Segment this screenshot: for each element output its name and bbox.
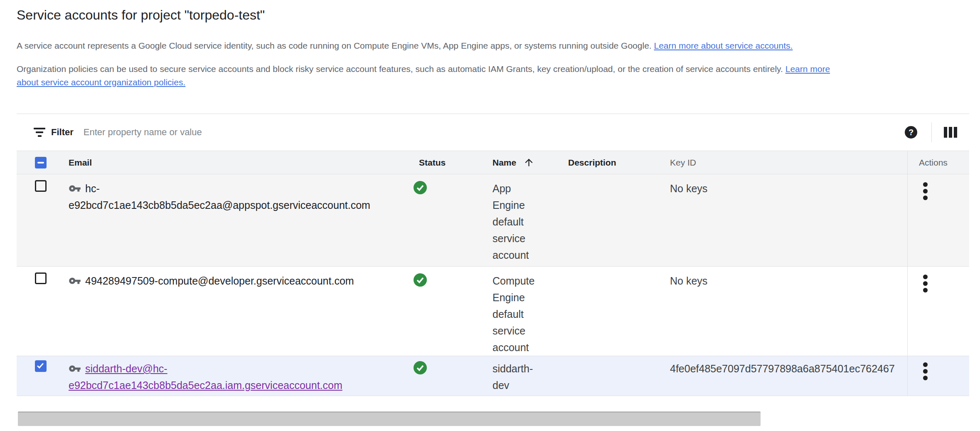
horizontal-scrollbar-thumb[interactable] bbox=[18, 411, 761, 426]
actions-cell bbox=[907, 174, 969, 266]
org-policy-paragraph: Organization policies can be used to sec… bbox=[17, 62, 969, 89]
row-actions-menu-button[interactable] bbox=[921, 273, 929, 294]
filter-label: Filter bbox=[51, 127, 74, 138]
row-checkbox[interactable] bbox=[35, 272, 47, 284]
column-display-options-icon bbox=[944, 127, 957, 138]
column-header-email: Email bbox=[69, 151, 414, 174]
row-actions-menu-button[interactable] bbox=[921, 181, 929, 202]
service-accounts-page: Service accounts for project "torpedo-te… bbox=[0, 0, 980, 431]
status-cell bbox=[414, 267, 492, 356]
email-cell: siddarth-dev@hc-e92bcd7c1ae143cb8b5da5ec… bbox=[69, 356, 414, 396]
description-cell bbox=[568, 267, 670, 356]
name-cell: ComputeEnginedefaultserviceaccount bbox=[492, 267, 568, 356]
email-cell: 494289497509-compute@developer.gservicea… bbox=[69, 267, 414, 356]
key-id-cell: No keys bbox=[670, 174, 907, 266]
status-active-icon bbox=[414, 361, 427, 374]
more-vert-icon bbox=[923, 275, 928, 279]
service-account-key-icon bbox=[69, 182, 81, 195]
table-row[interactable]: siddarth-dev@hc-e92bcd7c1ae143cb8b5da5ec… bbox=[17, 356, 969, 396]
learn-more-service-accounts-link[interactable]: Learn more about service accounts. bbox=[654, 41, 793, 50]
toolbar-divider bbox=[931, 122, 932, 142]
status-active-icon bbox=[414, 273, 427, 287]
service-account-email: hc-e92bcd7c1ae143cb8b5da5ec2aa@appspot.g… bbox=[69, 183, 370, 211]
column-header-description: Description bbox=[568, 151, 670, 174]
actions-cell bbox=[907, 356, 969, 396]
status-cell bbox=[414, 174, 492, 266]
row-checkbox[interactable] bbox=[35, 360, 47, 372]
column-header-actions: Actions bbox=[907, 151, 969, 174]
select-all-checkbox[interactable] bbox=[35, 157, 47, 168]
status-active-icon bbox=[414, 181, 427, 194]
intro-paragraph: A service account represents a Google Cl… bbox=[17, 39, 969, 52]
more-vert-icon bbox=[923, 182, 928, 187]
column-display-options-button[interactable] bbox=[941, 123, 960, 142]
help-icon: ? bbox=[905, 126, 917, 139]
table-row[interactable]: 494289497509-compute@developer.gservicea… bbox=[17, 267, 969, 356]
row-checkbox-cell bbox=[17, 267, 69, 356]
sort-ascending-icon bbox=[523, 157, 534, 168]
intro-text: A service account represents a Google Cl… bbox=[17, 41, 652, 50]
row-checkbox-cell bbox=[17, 174, 69, 266]
email-cell: hc-e92bcd7c1ae143cb8b5da5ec2aa@appspot.g… bbox=[69, 174, 414, 266]
org-policy-text: Organization policies can be used to sec… bbox=[17, 64, 783, 74]
row-actions-menu-button[interactable] bbox=[921, 361, 929, 382]
service-accounts-table: Email Status Name Description Key ID Act… bbox=[17, 151, 969, 396]
column-header-name-label: Name bbox=[492, 158, 516, 168]
key-id-cell: 4fe0ef485e7097d57797898a6a875401ec762467 bbox=[670, 356, 907, 396]
filter-bar: Filter ? bbox=[17, 114, 969, 151]
status-cell bbox=[414, 356, 492, 396]
filter-input[interactable] bbox=[84, 127, 901, 138]
column-header-status: Status bbox=[414, 151, 492, 174]
header-checkbox-cell bbox=[17, 151, 69, 174]
service-account-key-icon bbox=[69, 275, 81, 287]
more-vert-icon bbox=[923, 362, 928, 367]
name-cell: siddarth-dev bbox=[492, 356, 568, 396]
service-account-key-icon bbox=[69, 362, 81, 375]
name-cell: AppEnginedefaultserviceaccount bbox=[492, 174, 568, 266]
column-header-key-id: Key ID bbox=[670, 151, 907, 174]
key-id-cell: No keys bbox=[670, 267, 907, 356]
org-policies-link[interactable]: about service account organization polic… bbox=[17, 77, 185, 87]
actions-cell bbox=[907, 267, 969, 356]
table-row[interactable]: hc-e92bcd7c1ae143cb8b5da5ec2aa@appspot.g… bbox=[17, 174, 969, 267]
org-policies-link[interactable]: Learn more bbox=[785, 64, 830, 74]
row-checkbox[interactable] bbox=[35, 180, 47, 192]
description-cell bbox=[568, 174, 670, 266]
service-account-email-link[interactable]: siddarth-dev@hc-e92bcd7c1ae143cb8b5da5ec… bbox=[69, 363, 342, 391]
table-header-row: Email Status Name Description Key ID Act… bbox=[17, 151, 969, 174]
filter-list-icon bbox=[33, 126, 46, 139]
service-account-email: 494289497509-compute@developer.gservicea… bbox=[85, 275, 354, 287]
description-cell bbox=[568, 356, 670, 396]
help-button[interactable]: ? bbox=[901, 123, 921, 142]
indeterminate-dash-icon bbox=[37, 162, 44, 163]
page-title: Service accounts for project "torpedo-te… bbox=[17, 7, 265, 23]
check-icon bbox=[37, 362, 44, 369]
column-header-name[interactable]: Name bbox=[492, 151, 568, 174]
row-checkbox-cell bbox=[17, 356, 69, 396]
